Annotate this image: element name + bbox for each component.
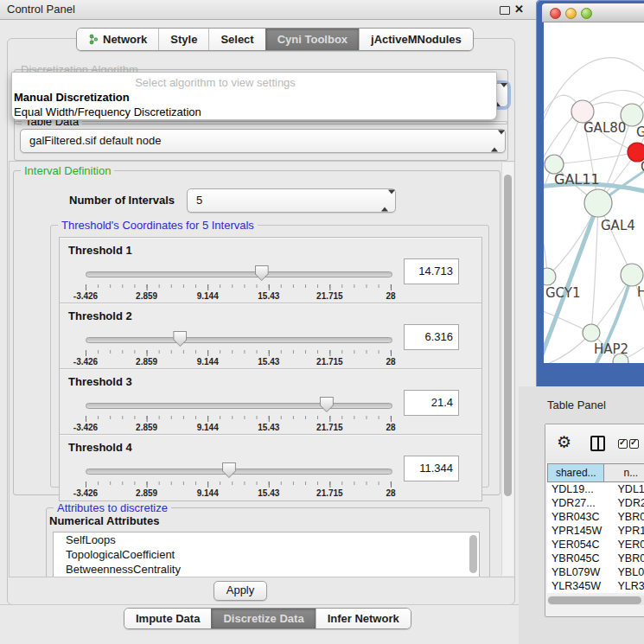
threshold-4-slider[interactable] [86, 461, 391, 480]
node-gal4[interactable] [584, 189, 612, 217]
tick-label: 28 [386, 291, 395, 301]
tab-infer-network[interactable]: Infer Network [316, 609, 411, 628]
checkbox-checked-icon[interactable] [618, 439, 628, 449]
apply-button[interactable]: Apply [214, 581, 267, 601]
threshold-1-value-field[interactable]: 14.713 [404, 258, 459, 284]
control-panel-titlebar: Control Panel ✕ [0, 0, 536, 20]
table-row[interactable]: YBR043CYBR0 [547, 510, 644, 524]
slider-thumb[interactable] [173, 331, 187, 347]
cell-name: YER0 [616, 538, 644, 552]
threshold-2-value-field[interactable]: 6.316 [404, 324, 459, 350]
option-manual-discretization[interactable]: Manual Discretization [12, 90, 496, 105]
list-item[interactable]: BetweennessCentrality [54, 562, 479, 577]
tick-label: 2.859 [136, 423, 157, 432]
checkbox-checked-icon[interactable] [629, 439, 639, 449]
tab-cyni-toolbox[interactable]: Cyni Toolbox [265, 29, 359, 50]
cell-name: YBL0 [616, 565, 644, 579]
close-traffic-light-icon[interactable] [550, 8, 561, 19]
table-row[interactable]: YDR27...YDR2 [547, 496, 644, 510]
table-row[interactable]: YDL19...YDL1 [547, 482, 644, 496]
table-data-combobox[interactable]: galFiltered.sif default node [20, 129, 506, 153]
tab-impute-data-label: Impute Data [136, 612, 200, 625]
tick-label: 2.859 [136, 291, 157, 301]
cell-shared-name: YPR145W [547, 524, 616, 538]
threshold-row: Threshold 2 -3.426 2.859 9.144 15.43 21.… [60, 303, 481, 369]
tick-label: 21.715 [316, 488, 343, 498]
tab-jactivemnodules[interactable]: jActiveMNodules [359, 29, 473, 50]
app-root: Control Panel ✕ Network Style Select Cyn… [0, 0, 644, 644]
threshold-4-value-field[interactable]: 11.344 [404, 456, 459, 481]
list-scrollbar-thumb[interactable] [469, 535, 477, 573]
scrollbar-thumb[interactable] [548, 596, 641, 604]
tab-jactivemnodules-label: jActiveMNodules [371, 33, 462, 46]
tab-network[interactable]: Network [77, 29, 158, 50]
threshold-3-value-field[interactable]: 21.4 [404, 390, 459, 416]
number-of-intervals-combobox[interactable]: 5 [187, 188, 396, 213]
tick-label: 15.43 [258, 423, 279, 432]
list-item[interactable]: SelfLoops [54, 532, 479, 547]
column-header-shared-name[interactable]: shared... [547, 463, 604, 482]
numerical-attributes-label: Numerical Attributes [49, 514, 159, 527]
gear-icon[interactable]: ⚙ [557, 431, 571, 454]
column-header-name[interactable]: n... [604, 463, 644, 482]
table-row[interactable]: YLR345WYLR3 [547, 579, 644, 593]
node-hap2[interactable] [583, 324, 600, 341]
node-gcy1[interactable] [544, 268, 556, 285]
table-panel: ⚙ shared... n... YDL19...YDL1 YDR27...YD… [545, 424, 644, 617]
tab-style[interactable]: Style [158, 29, 208, 50]
tab-discretize-data[interactable]: Discretize Data [211, 609, 315, 628]
network-window-titlebar[interactable] [542, 3, 644, 22]
list-item[interactable]: TopologicalCoefficient [54, 547, 479, 562]
close-icon[interactable]: ✕ [514, 0, 524, 19]
tick-label: 28 [386, 423, 395, 432]
tick-label: 9.144 [197, 291, 219, 301]
slider-thumb[interactable] [222, 462, 236, 478]
float-window-icon[interactable] [500, 6, 510, 15]
algorithm-dropdown-popup: Select algorithm to view settings Manual… [11, 72, 497, 120]
node-label-gal80: GAL80 [583, 120, 626, 136]
zoom-traffic-light-icon[interactable] [581, 8, 592, 19]
tab-impute-data[interactable]: Impute Data [124, 609, 211, 628]
table-row[interactable]: YBR045CYBR0 [547, 552, 644, 565]
cell-name: YDR2 [616, 496, 644, 510]
node-partial-right[interactable] [621, 264, 643, 286]
node-label-gal4: GAL4 [601, 218, 635, 233]
threshold-2-label: Threshold 2 [68, 309, 132, 322]
threshold-2-slider[interactable] [86, 329, 391, 348]
cell-name: YLR3 [616, 579, 644, 593]
table-horizontal-scrollbar[interactable] [547, 596, 644, 605]
tick-label: 28 [386, 488, 395, 498]
cell-name: YBR0 [616, 552, 644, 565]
interval-definition-title: Interval Definition [21, 164, 114, 177]
thresholds-group-title: Threshold's Coordinates for 5 Intervals [58, 219, 258, 232]
threshold-1-slider[interactable] [86, 264, 391, 283]
bottom-tab-bar: Impute Data Discretize Data Infer Networ… [124, 608, 411, 629]
minimize-traffic-light-icon[interactable] [565, 8, 577, 19]
table-row[interactable]: YPR145WYPR1 [547, 524, 644, 538]
panel-title: Control Panel [7, 0, 75, 19]
settings-vertical-scrollbar[interactable] [501, 163, 513, 576]
option-equal-width-frequency[interactable]: Equal Width/Frequency Discretization [12, 105, 496, 119]
cell-shared-name: YDR27... [547, 496, 616, 510]
top-tab-bar: Network Style Select Cyni Toolbox jActiv… [76, 28, 474, 51]
slider-thumb[interactable] [320, 397, 334, 412]
threshold-row: Threshold 4 -3.426 2.859 9.144 15.43 21.… [60, 435, 481, 500]
settings-scroll-pane: Interval Definition Number of Intervals … [9, 161, 515, 577]
numerical-attributes-list[interactable]: SelfLoops TopologicalCoefficient Between… [53, 532, 480, 577]
table-row[interactable]: YBL079WYBL0 [547, 565, 644, 579]
node-label-hap2: HAP2 [594, 341, 628, 357]
tick-label: 28 [386, 357, 395, 367]
tick-label: 2.859 [136, 357, 157, 367]
slider-major-ticks [86, 416, 392, 422]
threshold-3-slider[interactable] [86, 395, 391, 414]
network-tree-icon [88, 34, 99, 45]
tab-select[interactable]: Select [208, 29, 265, 50]
tick-label: -3.426 [73, 423, 98, 432]
node-label-partial-red: C [641, 159, 644, 175]
slider-thumb[interactable] [255, 265, 269, 281]
split-columns-icon[interactable] [590, 436, 605, 451]
scrollbar-thumb[interactable] [504, 175, 512, 496]
network-canvas[interactable]: GAL80 G C GAL11 GAL4 GCY1 H HAP2 [544, 22, 644, 363]
tab-select-label: Select [220, 33, 253, 46]
table-row[interactable]: YER054CYER0 [547, 538, 644, 552]
